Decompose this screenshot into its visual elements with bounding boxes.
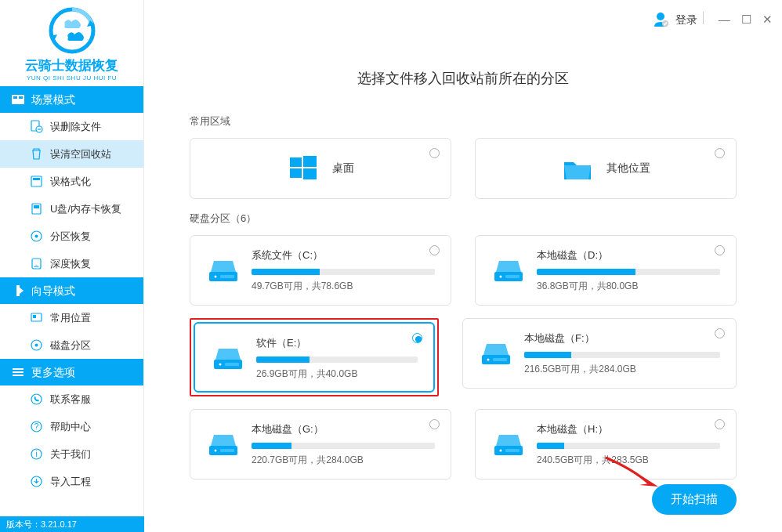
drive-name: 本地磁盘（F:）	[524, 331, 720, 346]
disk-icon	[30, 338, 43, 352]
radio[interactable]	[715, 419, 725, 429]
sidebar-item-disk-partition[interactable]: 磁盘分区	[0, 331, 143, 359]
progress-bar	[537, 443, 720, 449]
svg-rect-36	[303, 168, 317, 179]
sidebar-item-usb[interactable]: U盘/内存卡恢复	[0, 195, 143, 223]
app-title: 云骑士数据恢复	[0, 56, 143, 74]
sidebar-item-support[interactable]: 联系客服	[0, 385, 143, 413]
window-controls: — ☐ ✕	[711, 13, 773, 27]
sidebar-item-partition[interactable]: 分区恢复	[0, 223, 143, 250]
svg-rect-9	[31, 176, 42, 186]
windows-icon	[287, 153, 320, 184]
sidebar-header-more[interactable]: 更多选项	[0, 359, 143, 385]
drive-name: 本地磁盘（G:）	[252, 422, 435, 436]
svg-rect-16	[16, 285, 20, 296]
app-subtitle: YUN QI SHI SHU JU HUI FU	[0, 74, 143, 81]
svg-rect-51	[220, 449, 234, 452]
svg-rect-19	[33, 315, 36, 318]
svg-rect-45	[225, 363, 239, 366]
svg-rect-18	[31, 313, 42, 321]
progress-bar	[252, 443, 435, 449]
progress-bar	[252, 269, 435, 275]
svg-rect-4	[13, 96, 17, 99]
logo-area: 云骑士数据恢复 YUN QI SHI SHU JU HUI FU	[0, 0, 143, 86]
drive-icon	[479, 336, 513, 367]
card-other-location[interactable]: 其他位置	[475, 138, 737, 199]
radio[interactable]	[429, 148, 440, 158]
sidebar-item-format[interactable]: 误格式化	[0, 168, 143, 195]
svg-point-14	[35, 235, 38, 238]
drive-icon	[211, 341, 245, 372]
svg-text:i: i	[35, 450, 37, 458]
svg-rect-34	[303, 156, 317, 167]
deep-icon	[30, 257, 43, 270]
sidebar-item-help[interactable]: ? 帮助中心	[0, 413, 143, 440]
svg-point-31	[657, 13, 664, 20]
format-icon	[30, 175, 43, 188]
sidebar-item-deleted[interactable]: 误删除文件	[0, 113, 143, 140]
svg-point-38	[215, 276, 217, 278]
card-label: 其他位置	[606, 161, 650, 176]
drive-card-f[interactable]: 本地磁盘（F:） 216.5GB可用，共284.0GB	[462, 318, 737, 389]
sidebar-header-scene[interactable]: 场景模式	[0, 86, 143, 113]
drive-card-g[interactable]: 本地磁盘（G:） 220.7GB可用，共284.0GB	[190, 409, 451, 480]
sidebar-item-deep[interactable]: 深度恢复	[0, 250, 143, 277]
partition-icon	[30, 230, 43, 243]
svg-rect-35	[290, 168, 302, 178]
drive-stats: 220.7GB可用，共284.0GB	[252, 454, 435, 467]
sidebar-item-about[interactable]: i 关于我们	[0, 440, 143, 468]
radio[interactable]	[412, 333, 422, 343]
scene-icon	[11, 92, 25, 107]
drive-card-e[interactable]: 软件（E:） 26.9GB可用，共40.0GB	[194, 322, 435, 393]
drive-card-c[interactable]: 系统文件（C:） 49.7GB可用，共78.6GB	[190, 235, 451, 306]
drive-name: 本地磁盘（D:）	[537, 248, 720, 262]
info-icon: i	[30, 447, 43, 461]
sidebar-item-import[interactable]: 导入工程	[0, 468, 143, 495]
svg-rect-39	[220, 275, 234, 278]
progress-bar	[524, 352, 720, 358]
svg-rect-11	[32, 204, 41, 214]
svg-rect-12	[34, 205, 39, 208]
page-title: 选择文件移入回收站前所在的分区	[144, 69, 782, 88]
drive-card-h[interactable]: 本地磁盘（H:） 240.5GB可用，共283.5GB	[475, 409, 737, 480]
svg-point-41	[500, 276, 502, 278]
help-icon: ?	[30, 420, 43, 433]
radio[interactable]	[429, 245, 440, 255]
drive-stats: 49.7GB可用，共78.6GB	[252, 280, 435, 293]
svg-marker-17	[20, 288, 24, 294]
svg-rect-48	[493, 358, 507, 361]
progress-bar	[256, 356, 418, 363]
maximize-button[interactable]: ☐	[741, 13, 751, 26]
drive-name: 本地磁盘（H:）	[537, 422, 720, 436]
card-desktop[interactable]: 桌面	[190, 138, 451, 199]
sidebar-item-common-loc[interactable]: 常用位置	[0, 304, 143, 331]
menu-icon	[11, 365, 25, 379]
drive-icon	[206, 427, 241, 458]
radio[interactable]	[715, 245, 725, 255]
radio[interactable]	[715, 328, 725, 338]
scan-button[interactable]: 开始扫描	[652, 484, 737, 515]
drive-card-d[interactable]: 本地磁盘（D:） 36.8GB可用，共80.0GB	[475, 235, 737, 306]
radio[interactable]	[715, 148, 725, 158]
radio[interactable]	[429, 419, 440, 429]
drive-icon	[491, 253, 526, 284]
svg-rect-3	[12, 95, 24, 104]
topbar: 登录 — ☐ ✕	[144, 0, 782, 33]
card-label: 桌面	[332, 161, 354, 176]
progress-bar	[537, 269, 720, 275]
main-area: 登录 — ☐ ✕ 选择文件移入回收站前所在的分区 常用区域 桌面 其他位置 硬盘…	[144, 0, 782, 532]
wizard-icon	[11, 284, 25, 298]
svg-point-44	[219, 364, 222, 366]
version-bar: 版本号：3.21.0.17	[0, 516, 144, 532]
sidebar-item-recyclebin[interactable]: 误清空回收站	[0, 140, 143, 168]
close-button[interactable]: ✕	[762, 13, 773, 26]
sidebar-header-wizard[interactable]: 向导模式	[0, 277, 143, 304]
divider	[703, 12, 704, 24]
import-icon	[30, 475, 43, 488]
trash-icon	[30, 147, 43, 161]
folder-icon	[561, 153, 594, 184]
login-button[interactable]: 登录	[652, 11, 697, 31]
svg-point-47	[487, 359, 490, 361]
minimize-button[interactable]: —	[719, 13, 730, 26]
section-drives-label: 硬盘分区（6）	[190, 212, 737, 226]
